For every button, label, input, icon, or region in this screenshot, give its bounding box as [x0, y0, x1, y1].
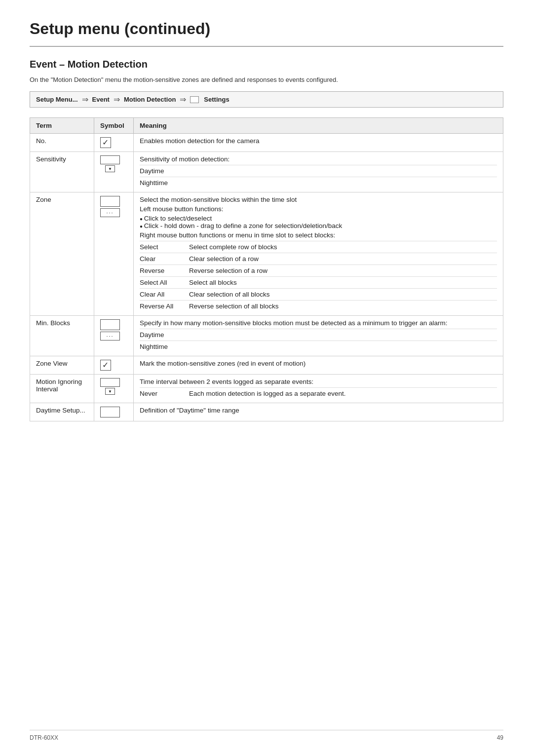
zone-sub-clearall-label: Clear All — [140, 289, 189, 301]
term-min-blocks: Min. Blocks — [30, 316, 94, 356]
checkbox-icon — [100, 137, 111, 148]
col-header-meaning: Meaning — [134, 118, 503, 134]
motion-ignoring-subtable: Never Each motion detection is logged as… — [140, 387, 497, 399]
zone-button-group: ··· — [100, 196, 120, 217]
table-row: Daytime Setup... Definition of "Daytime"… — [30, 403, 503, 421]
zone-sub-selectall-desc: Select all blocks — [189, 277, 497, 289]
motion-ignoring-arrow-icon: ▼ — [105, 388, 115, 395]
symbol-zone: ··· — [94, 192, 134, 316]
list-item: Clear All Clear selection of all blocks — [140, 289, 497, 301]
symbol-daytime-setup — [94, 403, 134, 421]
min-blocks-intro: Specify in how many motion-sensitive blo… — [140, 319, 497, 327]
zone-intro: Select the motion-sensitive blocks withi… — [140, 196, 497, 203]
breadcrumb-arrow-1: ⇒ — [82, 95, 88, 104]
min-blocks-dots-button: ··· — [100, 332, 120, 340]
page-title: Setup menu (continued) — [30, 20, 503, 47]
table-row: Zone ··· Select the motion-sensitive blo… — [30, 192, 503, 316]
motion-ignoring-intro: Time interval between 2 events logged as… — [140, 378, 497, 385]
zone-sub-reverse-desc: Reverse selection of a row — [189, 265, 497, 277]
daytime-rect-icon — [100, 407, 120, 417]
breadcrumb-motion-detection: Motion Detection — [124, 96, 176, 103]
footer-page-number: 49 — [497, 734, 503, 741]
symbol-min-blocks: ··· — [94, 316, 134, 356]
list-item: Reverse All Reverse selection of all blo… — [140, 301, 497, 312]
table-row: No. Enables motion detection for the cam… — [30, 134, 503, 152]
min-blocks-rect-icon — [100, 319, 120, 330]
list-item: Nighttime — [140, 177, 497, 189]
zone-sub-reverse-label: Reverse — [140, 265, 189, 277]
list-item: Daytime — [140, 329, 497, 341]
zone-subtable: Select Select complete row of blocks Cle… — [140, 241, 497, 312]
motion-ignoring-never-desc: Each motion detection is logged as a sep… — [189, 388, 497, 400]
meaning-sensitivity: Sensitivity of motion detection: Daytime… — [134, 152, 503, 192]
meaning-min-blocks: Specify in how many motion-sensitive blo… — [134, 316, 503, 356]
symbol-zone-view — [94, 356, 134, 375]
table-row: Min. Blocks ··· Specify in how many moti… — [30, 316, 503, 356]
dropdown-arrow-icon: ▼ — [105, 165, 115, 172]
min-blocks-button-group: ··· — [100, 319, 120, 340]
min-blocks-subtable: Daytime Nighttime — [140, 329, 497, 352]
breadcrumb-arrow-3: ⇒ — [180, 95, 186, 104]
zone-sub-clear-desc: Clear selection of a row — [189, 253, 497, 265]
meaning-no: Enables motion detection for the camera — [134, 134, 503, 152]
breadcrumb-event: Event — [92, 96, 110, 103]
breadcrumb: Setup Menu... ⇒ Event ⇒ Motion Detection… — [30, 91, 503, 108]
footer-model: DTR-60XX — [30, 734, 58, 741]
zone-rect-icon — [100, 196, 120, 207]
zone-sub-reverseall-label: Reverse All — [140, 301, 189, 312]
zone-view-checkbox-icon — [100, 360, 111, 371]
zone-sub-clearall-desc: Clear selection of all blocks — [189, 289, 497, 301]
list-item: Daytime — [140, 165, 497, 177]
term-motion-ignoring: Motion Ignoring Interval — [30, 375, 94, 403]
term-sensitivity: Sensitivity — [30, 152, 94, 192]
table-row: Zone View Mark the motion-sensitive zone… — [30, 356, 503, 375]
motion-ignoring-never-label: Never — [140, 388, 189, 400]
list-item: Never Each motion detection is logged as… — [140, 388, 497, 400]
zone-bullet-list: Click to select/deselect Click - hold do… — [140, 215, 497, 229]
col-header-term: Term — [30, 118, 94, 134]
table-row: Sensitivity ▼ Sensitivity of motion dete… — [30, 152, 503, 192]
list-item: Clear Clear selection of a row — [140, 253, 497, 265]
sensitivity-intro: Sensitivity of motion detection: — [140, 155, 497, 163]
sensitivity-daytime: Daytime — [140, 165, 497, 177]
col-header-symbol: Symbol — [94, 118, 134, 134]
dropdown-icon: ▼ — [100, 155, 120, 172]
min-blocks-nighttime: Nighttime — [140, 341, 497, 353]
list-item: Reverse Reverse selection of a row — [140, 265, 497, 277]
meaning-zone: Select the motion-sensitive blocks withi… — [134, 192, 503, 316]
term-zone: Zone — [30, 192, 94, 316]
meaning-zone-view: Mark the motion-sensitive zones (red in … — [134, 356, 503, 375]
list-item: Click to select/deselect — [140, 215, 497, 222]
intro-text: On the "Motion Detection" menu the motio… — [30, 76, 503, 83]
meaning-daytime-setup: Definition of "Daytime" time range — [134, 403, 503, 421]
sensitivity-subtable: Daytime Nighttime — [140, 165, 497, 189]
meaning-motion-ignoring: Time interval between 2 events logged as… — [134, 375, 503, 403]
zone-sub-select-label: Select — [140, 241, 189, 253]
breadcrumb-arrow-2: ⇒ — [114, 95, 120, 104]
table-row: Motion Ignoring Interval ▼ Time interval… — [30, 375, 503, 403]
term-daytime-setup: Daytime Setup... — [30, 403, 94, 421]
symbol-sensitivity: ▼ — [94, 152, 134, 192]
footer: DTR-60XX 49 — [30, 730, 503, 741]
zone-rmb-label: Right mouse button functions or menu in … — [140, 231, 497, 239]
zone-lmb-label: Left mouse button functions: — [140, 205, 497, 213]
sensitivity-nighttime: Nighttime — [140, 177, 497, 189]
motion-ignoring-dropdown-box — [100, 378, 120, 387]
main-table: Term Symbol Meaning No. Enables motion d… — [30, 117, 503, 421]
list-item: Select Select complete row of blocks — [140, 241, 497, 253]
breadcrumb-setup-menu: Setup Menu... — [36, 96, 78, 103]
breadcrumb-settings: Settings — [204, 96, 229, 103]
zone-sub-select-desc: Select complete row of blocks — [189, 241, 497, 253]
zone-sub-reverseall-desc: Reverse selection of all blocks — [189, 301, 497, 312]
list-item: Select All Select all blocks — [140, 277, 497, 289]
symbol-no — [94, 134, 134, 152]
section-title: Event – Motion Detection — [30, 59, 503, 70]
zone-sub-selectall-label: Select All — [140, 277, 189, 289]
motion-ignoring-dropdown-icon: ▼ — [100, 378, 120, 395]
min-blocks-daytime: Daytime — [140, 329, 497, 341]
settings-icon — [190, 96, 199, 103]
term-zone-view: Zone View — [30, 356, 94, 375]
list-item: Nighttime — [140, 341, 497, 353]
zone-sub-clear-label: Clear — [140, 253, 189, 265]
term-no: No. — [30, 134, 94, 152]
